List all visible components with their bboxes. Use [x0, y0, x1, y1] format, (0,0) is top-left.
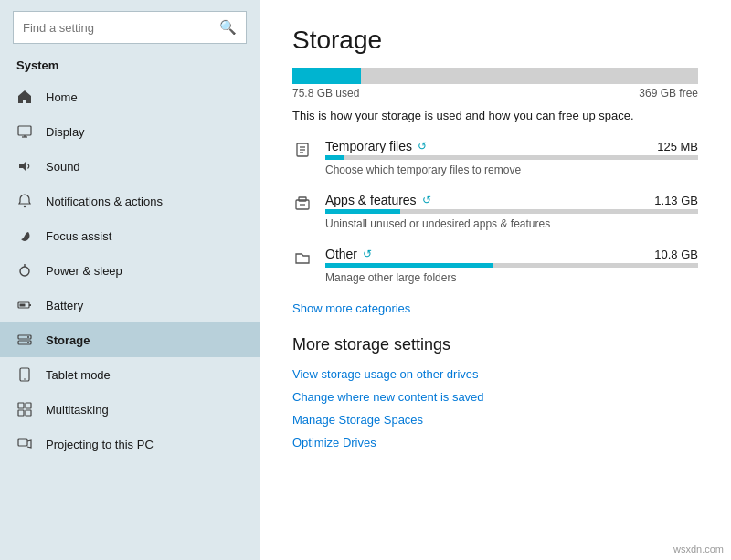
svg-point-13	[27, 342, 29, 343]
watermark: wsxdn.com	[673, 544, 724, 555]
sidebar-item-label-notifications: Notifications & actions	[46, 195, 163, 208]
temp-files-bar-fill	[325, 155, 344, 160]
sidebar-item-sound[interactable]: Sound	[0, 149, 260, 184]
projecting-icon	[16, 436, 33, 452]
sidebar-item-display[interactable]: Display	[0, 114, 260, 149]
sidebar: 🔍 System Home Display Sound Notification…	[0, 0, 260, 560]
svg-rect-20	[18, 439, 27, 446]
other-size: 10.8 GB	[654, 248, 698, 261]
svg-point-5	[20, 267, 29, 276]
svg-rect-19	[26, 410, 31, 416]
sidebar-item-label-multitasking: Multitasking	[46, 403, 109, 417]
storage-used-label: 75.8 GB used	[292, 87, 359, 100]
apps-features-refresh-icon[interactable]: ↺	[422, 194, 431, 206]
storage-free-label: 369 GB free	[639, 87, 698, 100]
page-title: Storage	[292, 26, 698, 55]
focus-assist-icon	[16, 227, 33, 244]
sidebar-items: Home Display Sound Notifications & actio…	[0, 79, 260, 461]
svg-point-12	[27, 336, 29, 338]
more-settings-links: View storage usage on other drivesChange…	[292, 367, 698, 449]
sidebar-item-label-sound: Sound	[46, 160, 80, 174]
temp-files-content: Temporary files ↺ 125 MB Choose which te…	[325, 139, 698, 176]
other-bar-track	[325, 263, 698, 268]
search-icon: 🔍	[219, 19, 237, 36]
svg-rect-9	[20, 304, 26, 307]
svg-marker-3	[19, 161, 26, 172]
svg-point-4	[24, 206, 26, 207]
other-bar-fill	[325, 263, 493, 268]
temp-files-desc: Choose which temporary files to remove	[325, 164, 698, 176]
storage-item-temp-files: Temporary files ↺ 125 MB Choose which te…	[292, 139, 698, 176]
other-desc: Manage other large folders	[325, 271, 698, 284]
sound-icon	[16, 158, 33, 174]
more-settings-title: More storage settings	[292, 335, 698, 354]
sidebar-item-label-battery: Battery	[46, 299, 83, 312]
svg-rect-8	[29, 304, 31, 306]
temp-files-bar-track	[325, 155, 698, 160]
svg-rect-16	[18, 403, 24, 408]
svg-rect-18	[18, 410, 24, 416]
storage-bar-container: 75.8 GB used 369 GB free	[292, 68, 698, 100]
other-refresh-icon[interactable]: ↺	[363, 248, 372, 260]
temp-files-refresh-icon[interactable]: ↺	[418, 140, 427, 153]
storage-description: This is how your storage is used and how…	[292, 109, 698, 122]
temp-files-header: Temporary files ↺ 125 MB	[325, 139, 698, 153]
svg-point-15	[24, 378, 26, 380]
power-sleep-icon	[16, 262, 33, 279]
sidebar-item-label-display: Display	[46, 125, 85, 139]
sidebar-item-home[interactable]: Home	[0, 79, 260, 114]
sidebar-item-storage[interactable]: Storage	[0, 322, 260, 357]
storage-items-list: Temporary files ↺ 125 MB Choose which te…	[292, 139, 698, 284]
main-content: Storage 75.8 GB used 369 GB free This is…	[260, 0, 731, 560]
sidebar-item-multitasking[interactable]: Multitasking	[0, 392, 260, 427]
notifications-icon	[16, 193, 33, 209]
sidebar-item-notifications[interactable]: Notifications & actions	[0, 184, 260, 218]
storage-icon	[16, 332, 33, 348]
svg-rect-17	[26, 403, 31, 408]
apps-features-content: Apps & features ↺ 1.13 GB Uninstall unus…	[325, 193, 698, 230]
home-icon	[16, 89, 33, 105]
svg-rect-26	[299, 197, 306, 201]
svg-rect-0	[18, 126, 31, 135]
search-input[interactable]	[23, 21, 219, 35]
sidebar-item-label-focus-assist: Focus assist	[46, 229, 111, 243]
storage-item-apps-features: Apps & features ↺ 1.13 GB Uninstall unus…	[292, 193, 698, 230]
storage-item-other: Other ↺ 10.8 GB Manage other large folde…	[292, 247, 698, 284]
display-icon	[16, 123, 33, 140]
apps-features-bar-fill	[325, 209, 400, 214]
other-icon	[292, 248, 313, 268]
apps-features-icon	[292, 194, 313, 214]
sidebar-item-label-power-sleep: Power & sleep	[46, 264, 122, 278]
sidebar-item-power-sleep[interactable]: Power & sleep	[0, 253, 260, 288]
sidebar-item-tablet-mode[interactable]: Tablet mode	[0, 357, 260, 392]
apps-features-name: Apps & features ↺	[325, 193, 431, 207]
storage-bar-track	[292, 68, 698, 84]
other-header: Other ↺ 10.8 GB	[325, 247, 698, 261]
other-name: Other ↺	[325, 247, 372, 261]
temp-files-icon	[292, 140, 313, 160]
tablet-mode-icon	[16, 366, 33, 383]
show-more-link[interactable]: Show more categories	[292, 301, 410, 315]
sidebar-item-label-home: Home	[46, 90, 78, 104]
sidebar-item-focus-assist[interactable]: Focus assist	[0, 218, 260, 253]
storage-bar-labels: 75.8 GB used 369 GB free	[292, 87, 698, 100]
storage-bar-fill	[292, 68, 361, 84]
battery-icon	[16, 297, 33, 313]
multitasking-icon	[16, 401, 33, 417]
more-link-other-drives[interactable]: View storage usage on other drives	[292, 367, 698, 381]
apps-features-size: 1.13 GB	[654, 194, 698, 207]
sidebar-item-label-tablet-mode: Tablet mode	[46, 368, 111, 382]
sidebar-item-projecting[interactable]: Projecting to this PC	[0, 427, 260, 461]
sidebar-section-title: System	[0, 53, 260, 79]
sidebar-item-battery[interactable]: Battery	[0, 288, 260, 322]
search-box[interactable]: 🔍	[13, 11, 247, 44]
more-link-new-content[interactable]: Change where new content is saved	[292, 390, 698, 404]
apps-features-desc: Uninstall unused or undesired apps & fea…	[325, 217, 698, 230]
apps-features-bar-track	[325, 209, 698, 214]
sidebar-item-label-storage: Storage	[46, 333, 90, 347]
apps-features-header: Apps & features ↺ 1.13 GB	[325, 193, 698, 207]
sidebar-item-label-projecting: Projecting to this PC	[46, 438, 154, 451]
more-link-storage-spaces[interactable]: Manage Storage Spaces	[292, 413, 698, 427]
temp-files-name: Temporary files ↺	[325, 139, 427, 153]
more-link-optimize-drives[interactable]: Optimize Drives	[292, 436, 698, 449]
